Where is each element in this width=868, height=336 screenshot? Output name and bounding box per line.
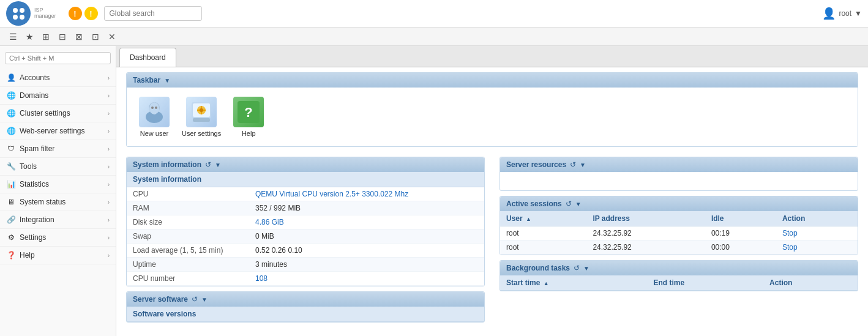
- sidebar-item-help[interactable]: ❓ Help ›: [0, 247, 116, 264]
- close-icon[interactable]: ✕: [105, 30, 119, 43]
- session-row-1: root 24.32.25.92 00:19 Stop: [500, 226, 858, 241]
- col-user[interactable]: User ▲: [500, 211, 586, 226]
- webserver-icon: 🌐: [6, 126, 16, 136]
- help-taskbar-label: Help: [242, 130, 256, 137]
- taskbar-new-user[interactable]: New user: [139, 97, 170, 137]
- server-resources-header[interactable]: Server resources ↺ ▼: [500, 157, 858, 172]
- sidebar-item-spam-filter[interactable]: 🛡 Spam filter ›: [0, 140, 116, 158]
- logo-dot: [20, 15, 24, 20]
- session-ip-2: 24.32.25.92: [586, 241, 705, 255]
- system-info-row-disk: Disk size 4.86 GiB: [127, 215, 484, 230]
- system-info-header[interactable]: System information ↺ ▼: [127, 157, 484, 172]
- stats-chevron: ›: [108, 181, 110, 188]
- alert-orange-icon[interactable]: !: [69, 7, 82, 20]
- taskbar-header[interactable]: Taskbar ▼: [127, 73, 858, 88]
- sidebar-item-cluster-settings[interactable]: 🌐 Cluster settings ›: [0, 105, 116, 122]
- restore-icon[interactable]: ⊠: [72, 30, 86, 43]
- sidebar-item-integration[interactable]: 🔗 Integration ›: [0, 211, 116, 229]
- active-sessions-table: User ▲ IP address Idle Act: [500, 211, 858, 255]
- svg-point-4: [155, 106, 157, 109]
- sidebar: 👤 Accounts › 🌐 Domains › 🌐 Cluster setti…: [0, 46, 116, 336]
- user-menu[interactable]: 👤 root ▼: [822, 7, 862, 20]
- session-action-2: Stop: [776, 241, 858, 255]
- col-ip[interactable]: IP address: [586, 211, 705, 226]
- menu-icon[interactable]: ☰: [6, 30, 20, 43]
- logo-circle: [6, 1, 31, 26]
- disk-label: Disk size: [133, 218, 255, 226]
- logo-dot: [13, 15, 18, 20]
- global-search-input[interactable]: [104, 6, 202, 21]
- col-start-time[interactable]: Start time ▲: [500, 275, 647, 291]
- sidebar-item-settings[interactable]: ⚙ Settings ›: [0, 229, 116, 247]
- uptime-value: 3 minutes: [255, 260, 287, 269]
- sidebar-label-stats: Statistics: [20, 180, 49, 189]
- sidebar-item-statistics[interactable]: 📊 Statistics ›: [0, 176, 116, 193]
- sidebar-label-system-status: System status: [20, 198, 65, 206]
- sidebar-item-tools[interactable]: 🔧 Tools ›: [0, 158, 116, 176]
- favorites-icon[interactable]: ★: [23, 30, 36, 43]
- active-sessions-header[interactable]: Active sessions ↺ ▼: [500, 196, 858, 211]
- help-icon: ❓: [6, 250, 16, 260]
- col-idle[interactable]: Idle: [705, 211, 776, 226]
- stop-link-2[interactable]: Stop: [782, 243, 798, 252]
- sidebar-label-cluster: Cluster settings: [20, 109, 70, 118]
- tab-bar: Dashboard: [116, 46, 868, 67]
- sidebar-item-webserver[interactable]: 🌐 Web-server settings ›: [0, 122, 116, 140]
- alert-yellow-icon[interactable]: !: [84, 7, 98, 20]
- server-software-refresh-icon[interactable]: ↺: [192, 295, 198, 304]
- session-idle-2: 00:00: [705, 241, 776, 255]
- session-user-1: root: [500, 226, 586, 241]
- tab-dashboard[interactable]: Dashboard: [119, 48, 176, 67]
- server-resources-panel: Server resources ↺ ▼: [499, 157, 858, 191]
- server-software-table-header: Software versions: [127, 307, 484, 322]
- background-tasks-refresh-icon[interactable]: ↺: [574, 264, 580, 272]
- sidebar-item-domains[interactable]: 🌐 Domains ›: [0, 87, 116, 105]
- integration-icon: 🔗: [6, 215, 16, 225]
- disk-value: 4.86 GiB: [255, 218, 284, 226]
- system-status-icon: 🖥: [6, 197, 16, 207]
- start-sort-icon: ▲: [544, 280, 549, 286]
- sidebar-search-input[interactable]: [5, 52, 111, 64]
- logo-dot: [20, 8, 24, 13]
- cpu-value: QEMU Virtual CPU version 2.5+ 3300.022 M…: [255, 190, 408, 198]
- server-software-header[interactable]: Server software ↺ ▼: [127, 292, 484, 307]
- main-layout: 👤 Accounts › 🌐 Domains › 🌐 Cluster setti…: [0, 46, 868, 336]
- sidebar-item-accounts[interactable]: 👤 Accounts ›: [0, 69, 116, 87]
- domains-chevron: ›: [108, 92, 110, 99]
- active-sessions-dropdown-icon: ▼: [575, 201, 582, 207]
- disk-link[interactable]: 4.86 GiB: [255, 218, 284, 226]
- taskbar-panel: Taskbar ▼: [126, 72, 858, 147]
- taskbar-help[interactable]: ? Help: [233, 97, 264, 137]
- statistics-icon: 📊: [6, 179, 16, 189]
- sidebar-label-integration: Integration: [20, 215, 54, 224]
- taskbar-dropdown-icon: ▼: [164, 77, 170, 84]
- windows-icon[interactable]: ⊞: [39, 30, 53, 43]
- background-tasks-panel: Background tasks ↺ ▼ Start time ▲: [499, 260, 858, 291]
- server-resources-refresh-icon[interactable]: ↺: [570, 160, 576, 169]
- spam-icon: 🛡: [6, 144, 16, 154]
- help-taskbar-icon: ?: [233, 97, 264, 127]
- taskbar-user-settings[interactable]: User settings: [182, 97, 221, 137]
- minimize-icon[interactable]: ⊟: [56, 30, 69, 43]
- cpunum-link[interactable]: 108: [255, 274, 268, 283]
- session-row-2: root 24.32.25.92 00:00 Stop: [500, 241, 858, 255]
- settings-chevron: ›: [108, 234, 110, 241]
- cpu-link[interactable]: QEMU Virtual CPU version 2.5+ 3300.022 M…: [255, 190, 408, 198]
- system-info-row-uptime: Uptime 3 minutes: [127, 258, 484, 272]
- background-tasks-header[interactable]: Background tasks ↺ ▼: [500, 261, 858, 275]
- system-info-table-header: System information: [127, 172, 484, 187]
- sidebar-item-system-status[interactable]: 🖥 System status ›: [0, 193, 116, 211]
- svg-rect-9: [193, 118, 210, 122]
- system-info-row-load: Load average (1, 5, 15 min) 0.52 0.26 0.…: [127, 244, 484, 258]
- load-value: 0.52 0.26 0.10: [255, 246, 302, 255]
- system-info-dropdown-icon: ▼: [215, 162, 221, 168]
- tile-icon[interactable]: ⊡: [89, 30, 102, 43]
- stop-link-1[interactable]: Stop: [782, 229, 798, 237]
- content-area: Dashboard Taskbar ▼: [116, 46, 868, 336]
- system-info-row-cpu: CPU QEMU Virtual CPU version 2.5+ 3300.0…: [127, 187, 484, 201]
- system-info-refresh-icon[interactable]: ↺: [205, 160, 211, 169]
- accounts-icon: 👤: [6, 73, 16, 83]
- active-sessions-refresh-icon[interactable]: ↺: [566, 200, 572, 208]
- logo: ISP manager: [6, 1, 56, 26]
- col-end-time[interactable]: End time: [647, 275, 763, 291]
